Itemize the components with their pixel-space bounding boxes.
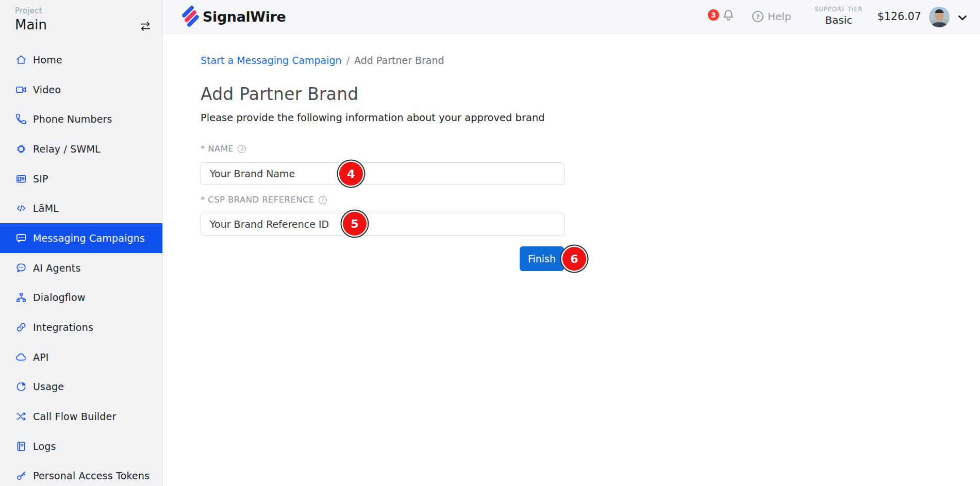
main-content: Start a Messaging Campaign / Add Partner… (163, 33, 980, 486)
csp-brand-reference-label: * CSP BRAND REFERENCE i (201, 195, 327, 205)
sidebar-item-sip[interactable]: SIP (0, 164, 162, 194)
annotation-marker-6: 6 (562, 247, 586, 271)
code-icon (15, 202, 27, 214)
sidebar-item-label: Dialogflow (33, 292, 86, 303)
sidebar-item-label: Logs (33, 441, 56, 452)
brand-reference-input[interactable] (201, 213, 564, 236)
annotation-marker-4: 4 (339, 162, 363, 186)
page-subtitle: Please provide the following information… (201, 112, 545, 124)
sidebar-item-ai-agents[interactable]: AI Agents (0, 253, 162, 283)
name-field-label: * NAME i (201, 144, 246, 154)
breadcrumb-current: Add Partner Brand (354, 55, 444, 66)
sidebar-item-relay-swml[interactable]: Relay / SWML (0, 134, 162, 164)
account-balance[interactable]: $126.07 (877, 10, 921, 23)
sidebar-item-label: Personal Access Tokens (33, 470, 150, 481)
avatar[interactable] (929, 7, 950, 27)
sidebar-item-label: Home (33, 54, 62, 65)
sidebar-item-label: SIP (33, 173, 48, 185)
help-label: Help (768, 10, 791, 23)
switch-project-icon[interactable] (139, 20, 152, 33)
question-circle-icon: ? (752, 11, 763, 22)
key-icon (15, 470, 27, 482)
sidebar-item-label: AI Agents (33, 262, 81, 274)
sidebar-nav: HomeVideoPhone NumbersRelay / SWMLSIPLāM… (0, 45, 162, 486)
sidebar-item-messaging-campaigns[interactable]: Messaging Campaigns (0, 223, 162, 253)
name-field-label-text: * NAME (201, 144, 234, 154)
speech-balloon-icon (15, 262, 27, 274)
sidebar-item-label: LāML (33, 203, 59, 214)
video-camera-icon (15, 83, 27, 96)
pie-chart-icon (15, 380, 27, 393)
project-label: Project (15, 6, 153, 15)
breadcrumb-separator: / (346, 55, 350, 66)
notification-count-badge: 3 (708, 9, 719, 21)
sidebar-item-l-ml[interactable]: LāML (0, 193, 162, 223)
sidebar-item-integrations[interactable]: Integrations (0, 312, 162, 342)
sidebar-item-call-flow-builder[interactable]: Call Flow Builder (0, 401, 162, 431)
org-chart-icon (15, 291, 27, 304)
book-icon (15, 440, 27, 453)
chat-bubble-icon (15, 232, 27, 244)
csp-field-label-text: * CSP BRAND REFERENCE (201, 195, 314, 205)
sidebar-item-personal-access-tokens[interactable]: Personal Access Tokens (0, 461, 162, 486)
home-icon (15, 54, 27, 66)
support-tier-value: Basic (800, 14, 877, 26)
sidebar-item-label: Video (33, 84, 61, 95)
sidebar-item-usage[interactable]: Usage (0, 372, 162, 402)
info-icon[interactable]: i (319, 196, 327, 204)
sidebar-item-label: Integrations (33, 322, 93, 333)
sidebar-item-dialogflow[interactable]: Dialogflow (0, 283, 162, 313)
sidebar-item-label: Call Flow Builder (33, 411, 117, 422)
sidebar-item-video[interactable]: Video (0, 75, 162, 105)
sidebar-item-label: Phone Numbers (33, 113, 112, 125)
support-tier: SUPPORT TIER Basic (800, 6, 877, 26)
chevron-down-icon[interactable] (958, 13, 967, 20)
brand: SignalWire (178, 5, 286, 28)
header: SignalWire 3 ? Help SUPPORT TIER Basic $… (163, 0, 980, 33)
cloud-icon (15, 351, 27, 363)
info-icon[interactable]: i (238, 145, 246, 153)
sidebar-item-home[interactable]: Home (0, 45, 162, 75)
sidebar-item-label: API (33, 351, 49, 363)
help-button[interactable]: ? Help (752, 10, 791, 23)
signalwire-logo-icon (178, 5, 201, 28)
annotation-marker-5: 5 (343, 212, 367, 236)
project-name: Main (15, 17, 153, 32)
breadcrumb: Start a Messaging Campaign / Add Partner… (201, 55, 444, 66)
brand-name: SignalWire (203, 9, 286, 25)
app-window: Project Main HomeVideoPhone NumbersRelay… (0, 0, 980, 486)
sidebar-item-logs[interactable]: Logs (0, 431, 162, 461)
chip-icon (15, 143, 27, 155)
sidebar-item-api[interactable]: API (0, 342, 162, 372)
bell-icon (721, 8, 736, 23)
finish-button[interactable]: Finish (520, 246, 564, 271)
shuffle-icon (15, 410, 27, 423)
project-switcher: Project Main (0, 0, 162, 32)
phone-icon (15, 113, 27, 125)
brand-name-input[interactable] (201, 162, 564, 185)
notifications-button[interactable]: 3 (708, 6, 740, 27)
sidebar-item-label: Messaging Campaigns (33, 232, 145, 244)
link-icon (15, 321, 27, 333)
sidebar-item-label: Usage (33, 381, 64, 392)
breadcrumb-link-start-messaging-campaign[interactable]: Start a Messaging Campaign (201, 55, 342, 66)
sidebar-item-label: Relay / SWML (33, 143, 101, 155)
sidebar: Project Main HomeVideoPhone NumbersRelay… (0, 0, 163, 486)
page-title: Add Partner Brand (201, 84, 359, 104)
support-tier-label: SUPPORT TIER (800, 6, 877, 13)
desk-phone-icon (15, 173, 27, 185)
sidebar-item-phone-numbers[interactable]: Phone Numbers (0, 104, 162, 134)
